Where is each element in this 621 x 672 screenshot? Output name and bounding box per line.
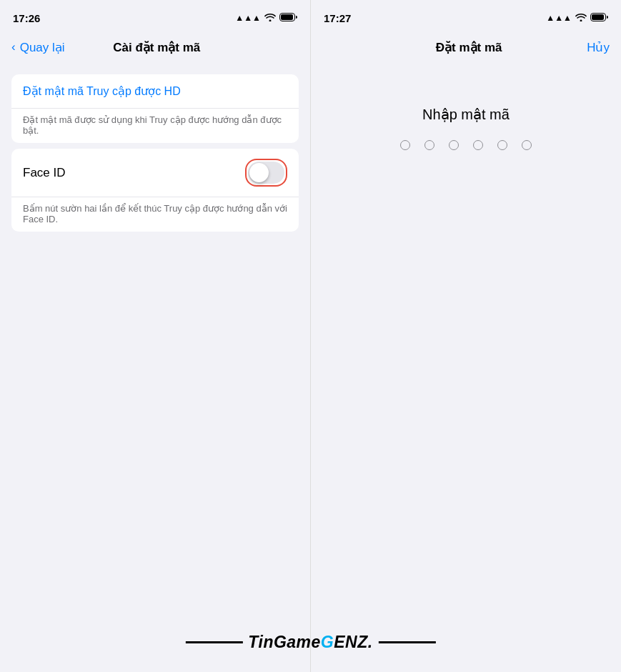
card-top[interactable]: Đặt mật mã Truy cập được HD (11, 74, 299, 109)
watermark-line-right (379, 641, 436, 643)
svg-rect-3 (592, 14, 604, 20)
svg-rect-1 (281, 14, 293, 20)
watermark-highlight: G (321, 633, 334, 651)
back-label: Quay lại (20, 40, 65, 55)
watermark-line-left (185, 641, 242, 643)
card-top-text: Đặt mật mã Truy cập được HD (23, 85, 181, 97)
status-bar-left: 17:26 ▲▲▲ (0, 0, 310, 31)
face-id-description: Bấm nút sườn hai lần để kết thúc Truy cậ… (11, 197, 299, 232)
face-id-row: Face ID (11, 149, 299, 197)
passcode-content: Nhập mật mã (311, 63, 621, 672)
back-button[interactable]: ‹ Quay lại (11, 40, 65, 55)
watermark-text: TinGameGENZ. (248, 633, 372, 652)
passcode-dot-4 (473, 140, 483, 150)
passcode-dot-1 (400, 140, 410, 150)
face-id-label: Face ID (23, 166, 66, 180)
signal-icon-right: ▲▲▲ (546, 13, 572, 23)
status-icons-right: ▲▲▲ (546, 13, 608, 24)
face-id-section: Face ID Bấm nút sườn hai lần để kết thúc… (11, 149, 299, 232)
wifi-icon-right (575, 13, 587, 24)
battery-icon-left (279, 13, 297, 24)
status-time-left: 17:26 (13, 12, 40, 24)
status-time-right: 17:27 (324, 12, 351, 24)
signal-icon-left: ▲▲▲ (235, 13, 261, 23)
passcode-dot-3 (449, 140, 459, 150)
passcode-dot-2 (424, 140, 434, 150)
face-id-toggle-wrapper[interactable] (245, 159, 287, 187)
passcode-dots (400, 140, 532, 150)
left-panel: 17:26 ▲▲▲ ‹ Quay lại (0, 0, 310, 672)
watermark: TinGameGENZ. (185, 633, 435, 652)
passcode-title: Nhập mật mã (422, 106, 510, 123)
battery-icon-right (590, 13, 608, 24)
status-icons-left: ▲▲▲ (235, 13, 297, 24)
toggle-thumb (249, 163, 269, 182)
passcode-dot-6 (522, 140, 532, 150)
nav-title-right: Đặt mật mã (436, 40, 502, 55)
card-description: Đặt mật mã được sử dụng khi Truy cập đượ… (11, 109, 299, 143)
wifi-icon-left (264, 13, 276, 24)
nav-bar-right: Đặt mật mã Hủy (311, 31, 621, 63)
right-panel: 17:27 ▲▲▲ Đặt mật mã Hủy (310, 0, 621, 672)
chevron-left-icon: ‹ (11, 40, 16, 54)
face-id-toggle[interactable] (248, 162, 284, 184)
accessibility-passcode-card: Đặt mật mã Truy cập được HD Đặt mật mã đ… (11, 74, 299, 143)
left-content: Đặt mật mã Truy cập được HD Đặt mật mã đ… (0, 63, 310, 672)
nav-title-left: Cài đặt mật mã (113, 40, 200, 55)
nav-bar-left: ‹ Quay lại Cài đặt mật mã (0, 31, 310, 63)
status-bar-right: 17:27 ▲▲▲ (311, 0, 621, 31)
cancel-button[interactable]: Hủy (587, 40, 610, 55)
passcode-dot-5 (497, 140, 507, 150)
